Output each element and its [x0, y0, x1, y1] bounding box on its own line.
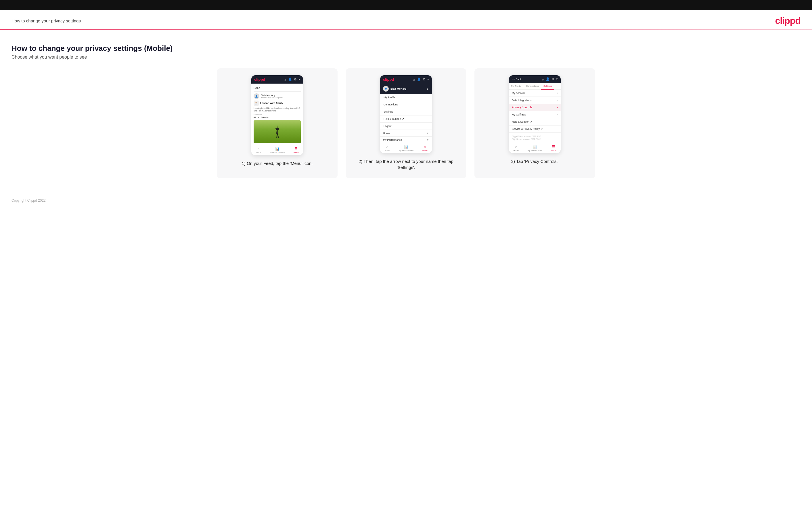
- performance-label: My Performance: [527, 149, 542, 151]
- chevron-icon: ▾: [427, 77, 429, 81]
- step-2-card: clippd ⌕ 👤 ⚙ ▾ 👤 Blair McHarg ▲: [346, 68, 466, 178]
- page-subheading: Choose what you want people to see: [11, 55, 801, 60]
- back-button[interactable]: ‹ < Back: [512, 78, 521, 81]
- phone2-logo: clippd: [383, 77, 394, 81]
- settings-help[interactable]: Help & Support ↗: [509, 118, 561, 125]
- settings-service-privacy[interactable]: Service & Privacy Policy ↗: [509, 125, 561, 133]
- tab-connections[interactable]: Connections: [524, 83, 541, 89]
- page-heading: How to change your privacy settings (Mob…: [11, 44, 801, 53]
- profile-icon: 👤: [417, 77, 421, 81]
- post-date: Yesterday · Sunningdale: [261, 97, 301, 99]
- section-performance[interactable]: My Performance ▼: [380, 136, 432, 143]
- performance-label: My Performance: [270, 151, 285, 153]
- header-title: How to change your privacy settings: [11, 18, 81, 23]
- settings-my-account[interactable]: My Account ›: [509, 90, 561, 97]
- phone2-navbar: clippd ⌕ 👤 ⚙ ▾: [380, 75, 432, 83]
- phone-1-mockup: clippd ⌕ 👤 ⚙ ▾ Feed 👤 Blair McHarg: [251, 75, 303, 155]
- performance-label: My Performance: [399, 149, 413, 151]
- phone1-logo: clippd: [254, 77, 265, 81]
- step-3-card: ‹ < Back ⌕ 👤 ⚙ ▾ My Profile Connections …: [474, 68, 595, 178]
- post-header: 👤 Blair McHarg Yesterday · Sunningdale: [254, 93, 301, 99]
- golf-image: [254, 120, 301, 143]
- performance-icon: 📊: [533, 145, 537, 149]
- phone1-navbar: clippd ⌕ 👤 ⚙ ▾: [251, 75, 303, 83]
- version-info: Clippd Client Version: 2022.8.3-3 SQL Se…: [509, 133, 561, 143]
- header: How to change your privacy settings clip…: [0, 10, 812, 29]
- nav-performance: 📊 My Performance: [399, 145, 413, 151]
- privacy-controls-label: Privacy Controls: [512, 106, 532, 109]
- dropdown-user-row[interactable]: 👤 Blair McHarg ▲: [380, 83, 432, 94]
- phone3-bottom-nav: ⌂ Home 📊 My Performance ☰ Menu: [509, 143, 561, 153]
- user-info: 👤 Blair McHarg: [383, 86, 407, 92]
- phone3-navbar: ‹ < Back ⌕ 👤 ⚙ ▾: [509, 75, 561, 83]
- logo: clippd: [775, 15, 801, 26]
- home-label: Home: [513, 149, 519, 151]
- chevron-right-icon-2: ›: [557, 99, 558, 102]
- version-line1: Clippd Client Version: 2022.8.3-3: [512, 135, 558, 138]
- chevron-left-icon: ‹: [512, 78, 513, 81]
- tab-settings[interactable]: Settings: [541, 83, 554, 90]
- chevron-up-icon: ▲: [426, 87, 429, 91]
- nav-menu[interactable]: ☰ Menu: [551, 145, 556, 151]
- search-icon: ⌕: [285, 78, 287, 81]
- menu-my-profile[interactable]: My Profile: [380, 94, 432, 101]
- tab-my-profile[interactable]: My Profile: [509, 83, 524, 89]
- phone1-content: Feed 👤 Blair McHarg Yesterday · Sunningd…: [251, 83, 303, 145]
- nav-home: ⌂ Home: [385, 145, 390, 151]
- menu-help[interactable]: Help & Support ↗: [380, 115, 432, 123]
- nav-menu-close[interactable]: ✕ Menu: [422, 145, 427, 151]
- menu-connections[interactable]: Connections: [380, 101, 432, 108]
- copyright: Copyright Clippd 2022: [11, 199, 46, 203]
- settings-tabs: My Profile Connections Settings: [509, 83, 561, 90]
- menu-label: Menu: [551, 149, 556, 151]
- home-label: Home: [385, 149, 390, 151]
- main-content: How to change your privacy settings (Mob…: [0, 38, 812, 190]
- performance-icon: 📊: [275, 147, 280, 151]
- phone2-nav-icons: ⌕ 👤 ⚙ ▾: [413, 77, 429, 81]
- close-icon: ✕: [423, 145, 426, 149]
- dropdown-menu: My Profile Connections Settings Help & S…: [380, 94, 432, 143]
- chevron-right-icon-3: ›: [557, 106, 558, 109]
- lesson-title: Lesson with Fordy: [260, 102, 283, 105]
- phone2-bottom-nav: ⌂ Home 📊 My Performance ✕ Menu: [380, 143, 432, 153]
- feed-label: Feed: [254, 85, 301, 92]
- step-1-card: clippd ⌕ 👤 ⚙ ▾ Feed 👤 Blair McHarg: [217, 68, 338, 178]
- chevron-down-icon-2: ▼: [426, 138, 429, 141]
- performance-section-label: My Performance: [383, 138, 402, 141]
- settings-my-golf-bag[interactable]: My Golf Bag ›: [509, 111, 561, 118]
- post-author: Blair McHarg: [261, 94, 301, 97]
- lesson-desc: Looking to feel like my hands are exitin…: [254, 107, 301, 112]
- step-2-caption: 2) Then, tap the arrow next to your name…: [353, 158, 459, 170]
- settings-icon: ⚙: [294, 77, 297, 81]
- golfer-silhouette: [273, 125, 282, 141]
- chevron-right-icon: ›: [557, 92, 558, 95]
- search-icon: ⌕: [542, 77, 544, 81]
- chevron-icon: ▾: [299, 77, 300, 81]
- phone1-nav-icons: ⌕ 👤 ⚙ ▾: [285, 77, 300, 81]
- steps-container: clippd ⌕ 👤 ⚙ ▾ Feed 👤 Blair McHarg: [11, 68, 801, 178]
- settings-data-integrations[interactable]: Data Integrations ›: [509, 97, 561, 104]
- menu-label: Menu: [294, 151, 299, 153]
- version-line2: SQL Server Version: 2022.7.30-1: [512, 138, 558, 141]
- phone1-bottom-nav: ⌂ Home 📊 My Performance ☰ Menu: [251, 145, 303, 155]
- nav-menu[interactable]: ☰ Menu: [294, 147, 299, 153]
- chevron-right-icon-4: ›: [557, 113, 558, 116]
- avatar: 👤: [254, 93, 259, 99]
- menu-label: Menu: [422, 149, 427, 151]
- nav-home: ⌂ Home: [513, 145, 519, 151]
- profile-icon: 👤: [288, 77, 292, 81]
- section-home[interactable]: Home ▼: [380, 130, 432, 136]
- service-privacy-label: Service & Privacy Policy ↗: [512, 127, 543, 130]
- menu-logout[interactable]: Logout: [380, 123, 432, 130]
- settings-privacy-controls[interactable]: Privacy Controls ›: [509, 104, 561, 111]
- menu-settings[interactable]: Settings: [380, 108, 432, 115]
- phone-2-mockup: clippd ⌕ 👤 ⚙ ▾ 👤 Blair McHarg ▲: [380, 75, 432, 153]
- top-bar: [0, 0, 812, 10]
- user-name: Blair McHarg: [391, 87, 407, 90]
- my-golf-bag-label: My Golf Bag: [512, 113, 526, 116]
- back-label: < Back: [513, 78, 521, 81]
- home-icon: ⌂: [386, 145, 388, 149]
- home-label: Home: [256, 151, 261, 153]
- data-integrations-label: Data Integrations: [512, 99, 531, 102]
- step-3-caption: 3) Tap 'Privacy Controls'.: [511, 158, 559, 164]
